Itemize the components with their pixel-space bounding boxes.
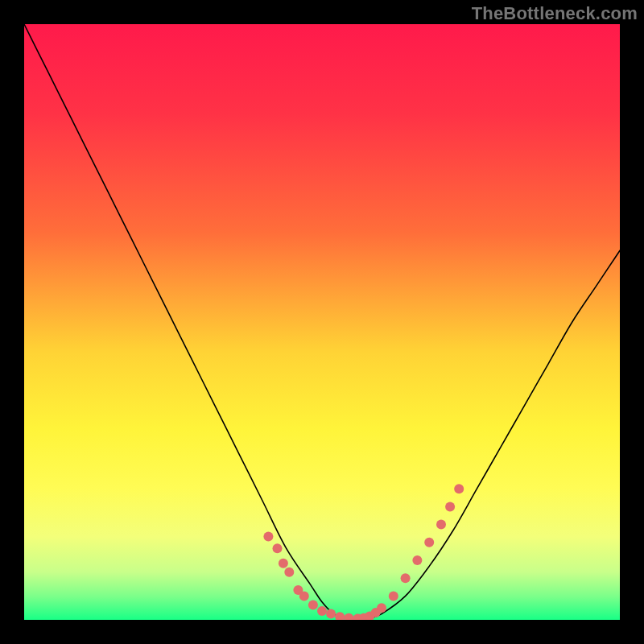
highlight-dot [279, 559, 288, 568]
highlight-dot [389, 591, 398, 601]
highlight-dot [377, 603, 386, 613]
highlight-dot [424, 538, 434, 547]
bottleneck-chart [24, 24, 620, 620]
watermark-text: TheBottleneck.com [472, 3, 638, 24]
highlight-dot [412, 555, 422, 565]
plot-area [24, 24, 620, 620]
highlight-dot [326, 609, 336, 619]
chart-frame: TheBottleneck.com [0, 0, 644, 644]
highlight-dot [263, 531, 273, 541]
highlight-dot [299, 591, 309, 601]
highlight-dot [317, 606, 327, 616]
highlight-dot [454, 484, 464, 493]
highlight-dot [284, 568, 294, 577]
highlight-dot [445, 502, 455, 511]
highlight-dot [308, 601, 318, 610]
highlight-dot [273, 543, 283, 553]
highlight-dot [436, 520, 446, 530]
gradient-background [24, 24, 620, 620]
highlight-dot [401, 573, 411, 583]
